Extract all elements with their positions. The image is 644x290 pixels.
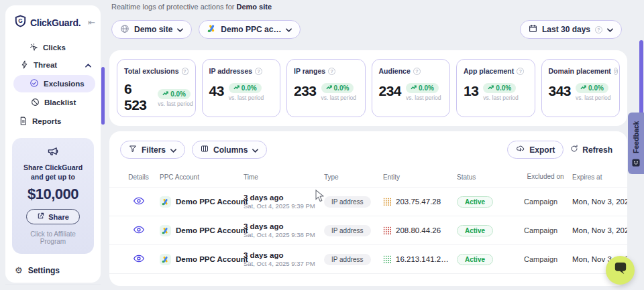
chevron-up-icon — [85, 61, 91, 69]
column-header-time[interactable]: Time — [241, 173, 321, 181]
collapse-sidebar-icon[interactable]: ⇤ — [88, 17, 95, 27]
help-icon[interactable]: ? — [182, 68, 189, 75]
stat-card-audience: Audience? 234 0.0% vs. last period — [372, 59, 451, 117]
trend-up-icon — [326, 85, 332, 90]
help-icon[interactable]: ? — [517, 68, 524, 75]
chevron-down-icon — [252, 145, 258, 155]
column-header-entity[interactable]: Entity — [380, 173, 454, 181]
google-ads-icon — [160, 254, 171, 265]
clickguard-shield-logo-icon: G — [14, 15, 27, 30]
stat-card-domain-placement: Domain placement? 343 0.0% vs. last peri… — [541, 59, 621, 117]
feedback-smiley-icon — [632, 157, 640, 169]
stat-value: 234 — [379, 83, 402, 99]
export-button[interactable]: Export — [507, 141, 564, 159]
exclusions-log-panel: Filters Columns Export Refresh Details P… — [109, 131, 627, 286]
type-badge: IP address — [324, 196, 371, 208]
export-label: Export — [529, 145, 555, 155]
svg-text:G: G — [18, 17, 22, 24]
time-exact: Sat, Oct 4, 2025 9:39 PM — [244, 202, 319, 210]
share-button[interactable]: Share — [26, 209, 80, 224]
stat-caption: vs. last period — [406, 94, 441, 101]
table-row[interactable]: Demo PPC Account 3 days ago Sat, Oct 4, … — [109, 216, 627, 244]
status-badge: Active — [457, 254, 493, 265]
view-details-eye-icon[interactable] — [133, 227, 144, 235]
chevron-down-icon — [170, 145, 176, 155]
stat-value: 343 — [549, 83, 572, 99]
column-header-status[interactable]: Status — [454, 173, 521, 181]
view-details-eye-icon[interactable] — [133, 198, 144, 206]
stat-value: 233 — [294, 83, 317, 99]
cloud-download-icon — [516, 145, 525, 155]
subtitle-text: Realtime logs of protective actions for — [111, 3, 234, 11]
sidebar-item-settings[interactable]: ⚙ Settings — [5, 254, 101, 281]
help-icon[interactable]: ? — [328, 68, 335, 75]
column-header-excluded-on[interactable]: Excluded on — [521, 173, 570, 181]
time-relative: 3 days ago — [244, 251, 319, 259]
table-row[interactable]: Demo PPC Account 3 days ago Sat, Oct 4, … — [109, 244, 627, 273]
stat-card-ip-addresses: IP addresses? 43 0.0% vs. last period — [202, 59, 281, 117]
chat-widget-button[interactable] — [606, 256, 635, 285]
columns-icon — [201, 145, 209, 155]
sidebar-item-reports[interactable]: Reports — [5, 113, 101, 129]
status-badge: Active — [457, 225, 493, 236]
columns-button[interactable]: Columns — [192, 141, 267, 159]
stat-title: Total exclusions — [124, 67, 179, 75]
chevron-down-icon — [177, 25, 183, 34]
chevron-down-icon — [607, 25, 613, 34]
chat-bubble-icon — [613, 263, 628, 279]
sidebar-item-label: Clicks — [43, 44, 66, 52]
date-range-label: Last 30 days — [542, 25, 590, 34]
trend-badge: 0.0% — [576, 83, 608, 93]
trend-badge: 0.0% — [483, 83, 516, 93]
column-header-details[interactable]: Details — [120, 173, 157, 181]
stat-caption: vs. last period — [576, 94, 610, 101]
help-icon[interactable]: ? — [614, 68, 618, 75]
sidebar-item-clicks[interactable]: Clicks — [5, 40, 101, 56]
sidebar-nav: Clicks Threat Exclusions Blacklist Repor… — [5, 38, 101, 129]
sidebar-scrollbar-thumb[interactable] — [101, 67, 105, 125]
funnel-icon — [129, 145, 137, 155]
refresh-button[interactable]: Refresh — [570, 145, 616, 155]
expires-at-value: Mon, Nov 3, 2025 — [570, 226, 616, 234]
filters-button[interactable]: Filters — [120, 141, 185, 159]
sidebar-item-threat[interactable]: Threat — [5, 57, 101, 73]
ppc-account-name: Demo PPC Account — [176, 226, 248, 234]
excluded-on-value: Campaign — [521, 255, 570, 263]
column-header-type[interactable]: Type — [321, 173, 380, 181]
feedback-tab[interactable]: Feedback — [628, 113, 644, 174]
table-row[interactable]: Demo PPC Account 3 days ago Sat, Oct 4, … — [109, 187, 627, 216]
view-details-eye-icon[interactable] — [133, 256, 144, 264]
affiliate-promo-card[interactable]: Share ClickGuard and get up to $10,000 S… — [12, 138, 94, 254]
sidebar-item-label: Threat — [34, 61, 57, 69]
excluded-on-value: Campaign — [521, 226, 570, 234]
feedback-tab-label: Feedback — [628, 117, 644, 158]
stat-title: App placement — [464, 67, 514, 75]
entity-value: 203.75.47.28 — [396, 198, 441, 206]
date-range-selector[interactable]: Last 30 days ? — [520, 20, 622, 39]
click-cursor-icon — [30, 43, 38, 53]
ppc-account-selector[interactable]: Demo PPC ac… — [199, 20, 301, 39]
trend-badge: 0.0% — [406, 83, 439, 93]
columns-label: Columns — [213, 145, 248, 155]
megaphone-icon — [47, 147, 59, 159]
stat-title: IP ranges — [294, 67, 325, 75]
help-icon[interactable]: ? — [255, 68, 262, 75]
help-icon[interactable]: ? — [413, 68, 421, 75]
site-selector[interactable]: Demo site — [111, 20, 192, 39]
sidebar-item-blacklist[interactable]: Blacklist — [5, 94, 101, 111]
sidebar-item-exclusions[interactable]: Exclusions — [13, 75, 95, 92]
promo-amount: $10,000 — [17, 186, 89, 203]
account-switcher[interactable]: NA gmail.com naatali.ro@gmail.com — [5, 285, 101, 290]
google-ads-icon — [160, 196, 171, 208]
stat-caption: vs. last period — [229, 94, 264, 101]
status-badge: Active — [457, 196, 493, 208]
trend-up-icon — [162, 91, 168, 96]
column-header-expires-at[interactable]: Expires at — [570, 173, 616, 181]
ip-identicon — [383, 255, 392, 264]
globe-icon — [120, 24, 129, 35]
sidebar: G ClickGuard. ⇤ Clicks Threat Exclusions… — [5, 5, 101, 283]
brand-name: ClickGuard. — [30, 17, 85, 28]
trend-badge: 0.0% — [321, 83, 354, 93]
type-badge: IP address — [324, 225, 371, 236]
column-header-ppc-account[interactable]: PPC Account — [157, 173, 241, 181]
